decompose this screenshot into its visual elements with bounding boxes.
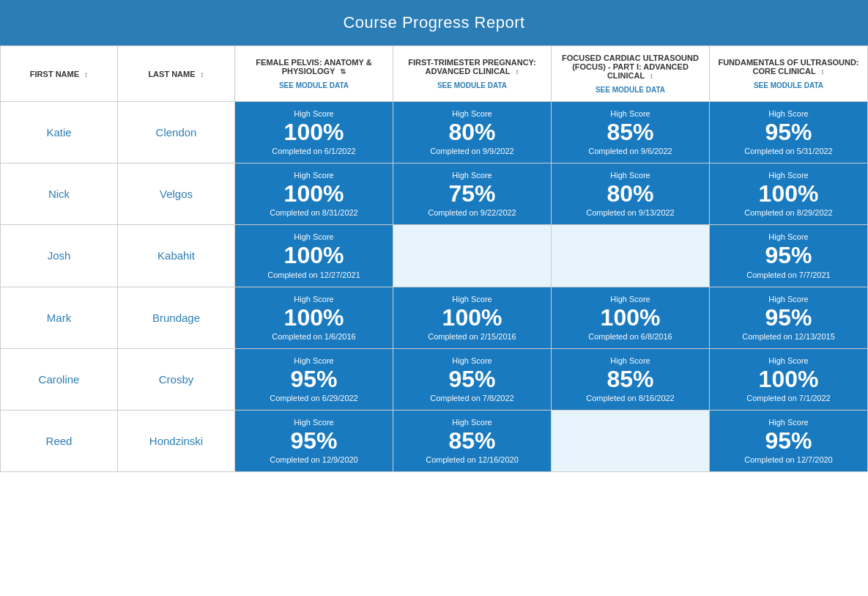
high-score-label: High Score (557, 356, 703, 365)
see-module-0[interactable]: SEE MODULE DATA (241, 81, 387, 89)
high-score-label: High Score (399, 171, 545, 180)
cell-lastname-0[interactable]: Clendon (118, 102, 235, 163)
cell-firstname-0[interactable]: Katie (1, 102, 118, 163)
sort-course1-icon[interactable]: ↕ (515, 67, 519, 76)
sort-course0-icon[interactable]: ⇅ (340, 67, 346, 76)
completed-date: Completed on 8/29/2022 (716, 208, 861, 217)
high-score-label: High Score (716, 295, 861, 303)
high-score-label: High Score (557, 171, 703, 180)
completed-date: Completed on 9/13/2022 (557, 208, 703, 217)
score-value: 95% (716, 243, 861, 268)
table-row: ReedHondzinski High Score 95% Completed … (1, 410, 868, 471)
cell-firstname-3[interactable]: Mark (1, 287, 118, 348)
score-value: 95% (716, 305, 861, 331)
completed-date: Completed on 12/16/2020 (399, 455, 545, 464)
completed-date: Completed on 1/6/2016 (241, 332, 387, 341)
high-score-label: High Score (716, 171, 861, 180)
high-score-label: High Score (716, 109, 861, 118)
cell-score-5-3: High Score 95% Completed on 12/7/2020 (710, 410, 868, 471)
completed-date: Completed on 12/27/2021 (241, 271, 387, 279)
score-value: 100% (241, 119, 387, 145)
score-value: 75% (399, 181, 545, 207)
sort-firstname-icon[interactable]: ↕ (84, 70, 88, 78)
high-score-label: High Score (241, 356, 387, 365)
cell-score-3-1: High Score 100% Completed on 2/15/2016 (393, 287, 552, 348)
cell-score-4-2: High Score 85% Completed on 8/16/2022 (552, 348, 710, 410)
high-score-label: High Score (557, 295, 703, 303)
score-value: 80% (399, 119, 545, 145)
score-value: 95% (241, 428, 387, 454)
completed-date: Completed on 6/8/2016 (557, 332, 703, 341)
completed-date: Completed on 7/8/2022 (399, 394, 545, 402)
high-score-label: High Score (716, 232, 861, 241)
completed-date: Completed on 12/7/2020 (716, 455, 861, 464)
cell-score-4-0: High Score 95% Completed on 6/29/2022 (235, 348, 393, 410)
cell-score-0-2: High Score 85% Completed on 9/6/2022 (552, 102, 710, 163)
see-module-2[interactable]: SEE MODULE DATA (557, 86, 703, 94)
high-score-label: High Score (557, 109, 703, 118)
cell-score-1-1: High Score 75% Completed on 9/22/2022 (393, 163, 552, 225)
high-score-label: High Score (241, 295, 387, 303)
see-module-1[interactable]: SEE MODULE DATA (399, 81, 545, 89)
cell-score-1-3: High Score 100% Completed on 8/29/2022 (710, 163, 868, 225)
completed-date: Completed on 5/31/2022 (716, 147, 861, 155)
score-value: 100% (241, 181, 387, 207)
score-value: 80% (557, 181, 703, 207)
high-score-label: High Score (241, 418, 387, 427)
col-header-lastname: LAST NAME ↕ (118, 46, 235, 102)
col-header-course-2: FOCUSED CARDIAC ULTRASOUND (FOCUS) - PAR… (552, 46, 710, 102)
cell-firstname-1[interactable]: Nick (1, 163, 118, 225)
completed-date: Completed on 8/16/2022 (557, 394, 703, 402)
cell-firstname-5[interactable]: Reed (1, 410, 118, 471)
cell-lastname-1[interactable]: Velgos (118, 163, 235, 225)
score-value: 100% (399, 305, 545, 331)
cell-lastname-5[interactable]: Hondzinski (118, 410, 235, 471)
cell-score-2-1 (393, 225, 552, 287)
score-value: 100% (716, 367, 861, 392)
completed-date: Completed on 12/13/2015 (716, 332, 861, 341)
col-header-course-1: FIRST-TRIMESTER PREGNANCY: ADVANCED CLIN… (393, 46, 552, 102)
cell-score-0-0: High Score 100% Completed on 6/1/2022 (235, 102, 393, 163)
cell-score-3-0: High Score 100% Completed on 1/6/2016 (235, 287, 393, 348)
cell-score-4-3: High Score 100% Completed on 7/1/2022 (710, 348, 868, 410)
col-header-course-3: FUNDAMENTALS OF ULTRASOUND: CORE CLINICA… (710, 46, 868, 102)
cell-lastname-2[interactable]: Kabahit (118, 225, 235, 287)
cell-score-3-3: High Score 95% Completed on 12/13/2015 (710, 287, 868, 348)
score-value: 85% (557, 119, 703, 145)
cell-firstname-4[interactable]: Caroline (1, 348, 118, 410)
high-score-label: High Score (241, 109, 387, 118)
score-value: 95% (399, 367, 545, 392)
completed-date: Completed on 7/1/2022 (716, 394, 861, 402)
table-row: KatieClendon High Score 100% Completed o… (1, 102, 868, 163)
cell-score-5-2 (552, 410, 710, 471)
see-module-3[interactable]: SEE MODULE DATA (716, 81, 861, 89)
completed-date: Completed on 2/15/2016 (399, 332, 545, 341)
cell-score-3-2: High Score 100% Completed on 6/8/2016 (552, 287, 710, 348)
table-row: MarkBrundage High Score 100% Completed o… (1, 287, 868, 348)
completed-date: Completed on 12/9/2020 (241, 455, 387, 464)
sort-lastname-icon[interactable]: ↕ (201, 70, 204, 78)
high-score-label: High Score (399, 418, 545, 427)
cell-score-5-1: High Score 85% Completed on 12/16/2020 (393, 410, 552, 471)
cell-firstname-2[interactable]: Josh (1, 225, 118, 287)
completed-date: Completed on 6/29/2022 (241, 394, 387, 402)
table-row: NickVelgos High Score 100% Completed on … (1, 163, 868, 225)
col-header-firstname: FIRST NAME ↕ (1, 46, 118, 102)
completed-date: Completed on 8/31/2022 (241, 208, 387, 217)
high-score-label: High Score (241, 232, 387, 241)
cell-score-0-3: High Score 95% Completed on 5/31/2022 (710, 102, 868, 163)
page-title: Course Progress Report (0, 0, 868, 45)
score-value: 100% (241, 243, 387, 268)
score-value: 100% (557, 305, 703, 331)
high-score-label: High Score (716, 418, 861, 427)
table-row: JoshKabahit High Score 100% Completed on… (1, 225, 868, 287)
cell-score-5-0: High Score 95% Completed on 12/9/2020 (235, 410, 393, 471)
completed-date: Completed on 7/7/2021 (716, 271, 861, 279)
cell-score-2-0: High Score 100% Completed on 12/27/2021 (235, 225, 393, 287)
cell-lastname-3[interactable]: Brundage (118, 287, 235, 348)
score-value: 95% (241, 367, 387, 392)
sort-course2-icon[interactable]: ↕ (650, 72, 653, 80)
cell-lastname-4[interactable]: Crosby (118, 348, 235, 410)
high-score-label: High Score (716, 356, 861, 365)
sort-course3-icon[interactable]: ↕ (821, 67, 825, 76)
